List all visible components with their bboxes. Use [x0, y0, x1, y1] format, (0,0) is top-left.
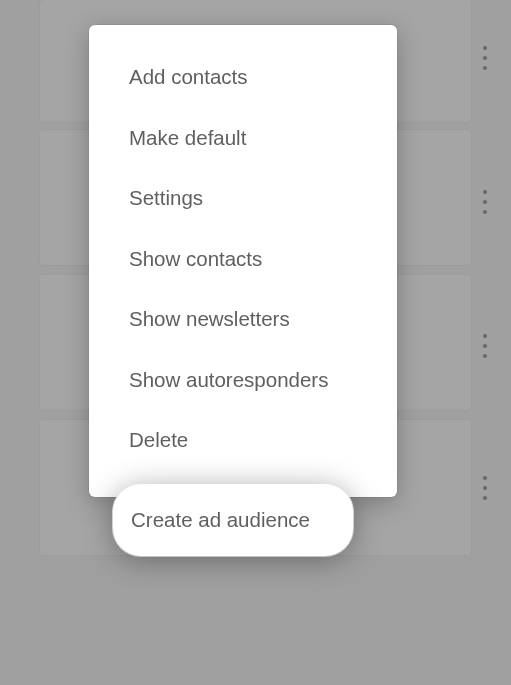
menu-item-make-default[interactable]: Make default [89, 108, 397, 169]
menu-item-create-ad-audience[interactable]: Create ad audience [113, 484, 353, 556]
menu-item-show-newsletters[interactable]: Show newsletters [89, 289, 397, 350]
menu-item-delete[interactable]: Delete [89, 410, 397, 471]
menu-item-show-contacts[interactable]: Show contacts [89, 229, 397, 290]
menu-item-show-autoresponders[interactable]: Show autoresponders [89, 350, 397, 411]
context-menu: Add contacts Make default Settings Show … [89, 25, 397, 497]
menu-item-add-contacts[interactable]: Add contacts [89, 47, 397, 108]
menu-item-label: Create ad audience [131, 508, 310, 532]
menu-item-settings[interactable]: Settings [89, 168, 397, 229]
